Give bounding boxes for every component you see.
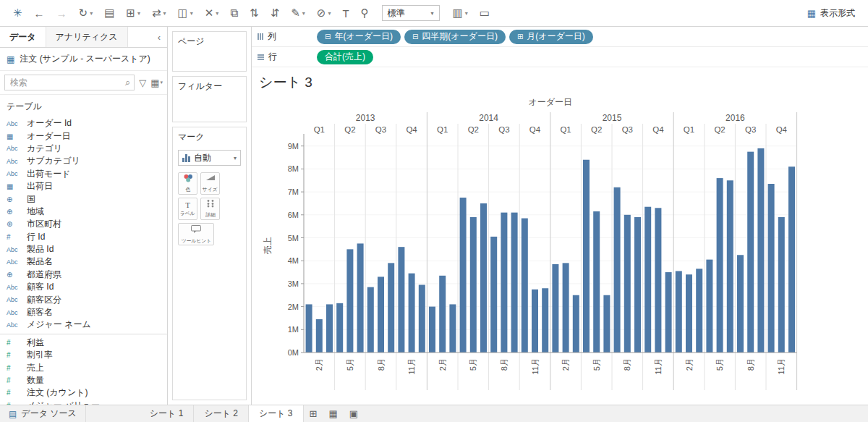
column-pill[interactable]: ⊟年(オーダー日) <box>317 30 401 44</box>
field-item[interactable]: #行 Id <box>0 231 167 243</box>
bar-mark[interactable] <box>603 295 610 353</box>
bar-mark[interactable] <box>717 178 723 353</box>
new-worksheet-button[interactable]: ⊞ <box>304 405 323 422</box>
collapse-hierarchy-icon[interactable]: ⊟ <box>412 33 418 41</box>
format-button[interactable]: ⊘▾ <box>311 4 337 22</box>
color-button[interactable]: 色 <box>178 172 197 195</box>
bar-mark[interactable] <box>367 287 374 353</box>
field-item[interactable]: Abc顧客区分 <box>0 293 167 305</box>
pages-shelf[interactable]: ページ <box>172 31 247 72</box>
columns-shelf[interactable]: 列 ⊟年(オーダー日)⊟四半期(オーダー日)⊞月(オーダー日) <box>252 27 868 47</box>
bar-mark[interactable] <box>490 237 497 353</box>
sheet-tab[interactable]: シート 3 <box>249 405 304 422</box>
highlight-button[interactable]: ✎▾ <box>285 4 311 22</box>
bar-mark[interactable] <box>398 247 404 353</box>
tab-analytics[interactable]: アナリティクス <box>46 27 128 47</box>
bar-mark[interactable] <box>449 304 456 353</box>
show-me-button[interactable]: ▦ 表示形式 <box>801 4 861 22</box>
field-item[interactable]: #割引率 <box>0 349 167 361</box>
bar-mark[interactable] <box>316 319 323 353</box>
field-item[interactable]: Abc顧客 Id <box>0 281 167 293</box>
bar-mark[interactable] <box>326 304 333 353</box>
search-input[interactable] <box>9 77 125 88</box>
tooltip-button[interactable]: ツールヒント <box>178 223 214 245</box>
field-item[interactable]: #注文 (カウント) <box>0 387 167 399</box>
bar-mark[interactable] <box>624 215 631 353</box>
bar-mark[interactable] <box>634 217 641 353</box>
field-item[interactable]: ▦出荷日 <box>0 180 167 193</box>
field-item[interactable]: Abc出荷モード <box>0 168 167 180</box>
collapse-pane-button[interactable]: ‹ <box>151 32 167 43</box>
field-item[interactable]: Abcメジャー ネーム <box>0 318 167 331</box>
bar-mark[interactable] <box>696 269 702 353</box>
bar-mark[interactable] <box>788 166 795 353</box>
field-item[interactable]: ⊕地域 <box>0 206 167 218</box>
bar-mark[interactable] <box>614 187 621 353</box>
bar-mark[interactable] <box>429 307 435 353</box>
bar-mark[interactable] <box>593 211 600 353</box>
bar-mark[interactable] <box>583 160 590 353</box>
sheet-tab[interactable]: シート 2 <box>194 405 249 422</box>
new-dashboard-button[interactable]: ▦ <box>323 405 343 422</box>
bar-mark[interactable] <box>644 207 651 353</box>
datasource-row[interactable]: ▦ 注文 (サンプル - スーパーストア) <box>0 48 167 71</box>
bar-mark[interactable] <box>419 284 425 353</box>
bar-mark[interactable] <box>737 255 744 353</box>
view-options-button[interactable]: ▦▾ <box>150 77 163 88</box>
fit-select[interactable]: 標準 ▾ <box>382 5 440 21</box>
column-pill[interactable]: ⊞月(オーダー日) <box>509 30 593 44</box>
new-story-button[interactable]: ▣ <box>344 405 364 422</box>
bar-mark[interactable] <box>655 208 661 353</box>
bar-mark[interactable] <box>511 213 518 353</box>
bar-mark[interactable] <box>480 203 487 353</box>
group-members-button[interactable]: ⧉ <box>224 4 244 22</box>
bar-mark[interactable] <box>706 260 712 353</box>
field-item[interactable]: Abc製品 Id <box>0 243 167 256</box>
bar-mark[interactable] <box>470 217 477 353</box>
show-mark-labels-button[interactable]: ▥▾ <box>447 4 474 22</box>
sort-ascending-button[interactable]: ⇅ <box>244 4 265 22</box>
bar-mark[interactable] <box>522 219 528 353</box>
bar-mark[interactable] <box>768 184 775 353</box>
new-worksheet-button[interactable]: ⊞▾ <box>120 4 146 22</box>
size-button[interactable]: サイズ <box>200 172 220 195</box>
bar-mark[interactable] <box>676 271 682 353</box>
tab-data[interactable]: データ <box>0 27 46 47</box>
field-item[interactable]: Abc製品名 <box>0 256 167 268</box>
field-item[interactable]: #売上 <box>0 361 167 374</box>
bar-mark[interactable] <box>542 288 548 353</box>
rows-shelf[interactable]: 行 合計(売上) <box>252 47 868 67</box>
row-pill[interactable]: 合計(売上) <box>317 50 373 64</box>
replay-button[interactable]: ↻▾ <box>73 4 99 22</box>
field-item[interactable]: Abcカテゴリ <box>0 143 167 155</box>
filters-shelf[interactable]: フィルター <box>172 76 247 122</box>
text-label-button[interactable]: T <box>336 5 354 22</box>
save-button[interactable]: ▤ <box>98 4 120 22</box>
swap-axes-button[interactable]: ⇄▾ <box>146 4 172 22</box>
bar-mark[interactable] <box>336 303 343 353</box>
filter-fields-button[interactable]: ▽ <box>139 77 146 88</box>
bar-mark[interactable] <box>757 148 764 353</box>
field-item[interactable]: ▦オーダー日 <box>0 130 167 142</box>
bar-mark[interactable] <box>409 274 415 353</box>
bar-mark[interactable] <box>346 249 353 353</box>
bar-mark[interactable] <box>439 276 446 353</box>
presentation-mode-button[interactable]: ▭ <box>474 4 495 22</box>
field-item[interactable]: Abcサブカテゴリ <box>0 155 167 167</box>
bar-mark[interactable] <box>778 217 785 353</box>
redo-button[interactable]: → <box>51 5 73 22</box>
mark-type-select[interactable]: 自動 ▾ <box>178 150 241 166</box>
bar-mark[interactable] <box>532 290 538 353</box>
field-item[interactable]: ⊕国 <box>0 193 167 205</box>
sort-descending-button[interactable]: ⇵ <box>265 4 286 22</box>
bar-mark[interactable] <box>686 274 692 353</box>
undo-button[interactable]: ← <box>28 5 51 22</box>
expand-hierarchy-icon[interactable]: ⊞ <box>517 33 523 41</box>
field-item[interactable]: Abcオーダー Id <box>0 117 167 130</box>
field-item[interactable]: ⊕市区町村 <box>0 218 167 230</box>
bar-mark[interactable] <box>388 263 394 353</box>
sheet-tab[interactable]: シート 1 <box>140 405 195 422</box>
collapse-hierarchy-icon[interactable]: ⊟ <box>325 33 331 41</box>
label-button[interactable]: T ラベル <box>178 198 197 220</box>
detail-button[interactable]: 詳細 <box>200 198 220 220</box>
